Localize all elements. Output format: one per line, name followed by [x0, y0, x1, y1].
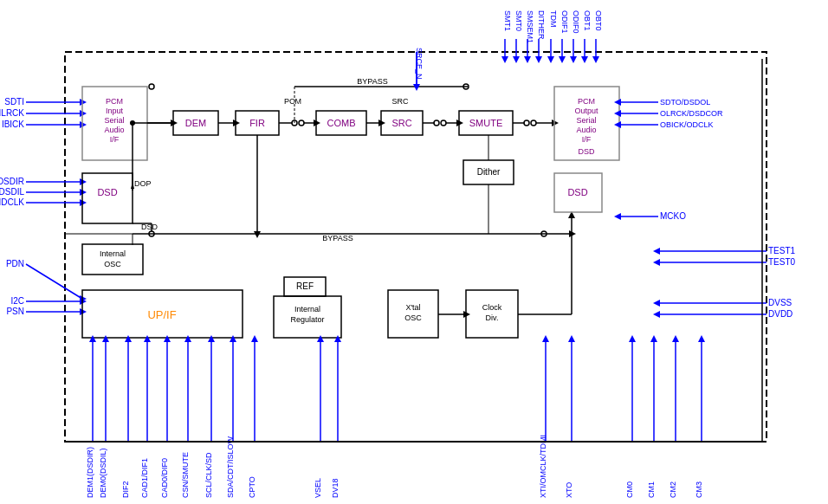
ref-label: REF — [296, 281, 314, 291]
xtal-osc-line1: X'tal — [405, 303, 420, 312]
smute-label: SMUTE — [469, 118, 503, 128]
upif-label: UP/IF — [147, 308, 176, 321]
i2c-label: I2C — [10, 296, 24, 306]
cad0dif0-label: CAD0/DIF0 — [160, 458, 169, 498]
pcm-out-line2: Output — [574, 107, 598, 115]
dither-label: Dither — [477, 167, 501, 177]
csnsmute-label: CSN/SMUTE — [181, 452, 190, 498]
dif2-label: DIF2 — [121, 481, 130, 498]
ibick-label: IBICK — [2, 120, 24, 129]
bypass-bottom-label: BYPASS — [322, 234, 353, 242]
internal-reg-line2: Regulator — [290, 315, 324, 324]
pcm-out-line1: PCM — [578, 97, 595, 106]
sclclksd-label: SCL/CLK/SD — [204, 452, 213, 498]
block-diagram: SDTI ILRCK IBICK DSDIR DSDIL IDCLK PDN I… — [0, 0, 828, 504]
pcm-in-line3: Serial — [104, 116, 124, 125]
dsdir-label: DSDIR — [0, 177, 24, 186]
clock-div-line2: Div. — [486, 313, 499, 322]
tdm-label: TDM — [549, 10, 558, 28]
dsdil-label: DSDIL — [0, 187, 24, 197]
ilrck-label: ILRCK — [0, 108, 24, 118]
odif0-label: ODIF0 — [572, 10, 580, 34]
cad1dif1-label: CAD1/DIF1 — [140, 458, 149, 498]
pcm-conn-label: PCM — [284, 97, 301, 106]
comb-label: COMB — [327, 118, 356, 128]
dvdd-label: DVDD — [768, 309, 792, 319]
dem-label: DEM — [185, 118, 206, 128]
vsel-label: VSEL — [314, 478, 322, 498]
sdti-label: SDTI — [4, 97, 24, 107]
pcm-out-line3: Serial — [576, 116, 596, 125]
idclk-label: IDCLK — [0, 197, 24, 207]
cm2-label: CM2 — [669, 481, 677, 498]
xtal-osc-line2: OSC — [404, 313, 422, 322]
src-conn-label: SRC — [391, 97, 409, 106]
pcm-out-line5: I/F — [582, 135, 592, 144]
smt1-label: SMT1 — [503, 10, 512, 31]
smsem1-label: SMSEM1 — [526, 10, 534, 43]
test0-label: TEST0 — [768, 257, 796, 267]
mcko-label: MCKO — [660, 211, 686, 221]
pdn-label: PDN — [6, 259, 24, 268]
sdacdt-label: SDA/CDT/ISLOW — [226, 436, 235, 498]
pcm-in-line4: Audio — [104, 126, 124, 134]
pcm-in-line2: Input — [106, 107, 124, 115]
cm3-label: CM3 — [695, 481, 703, 498]
obt1-label: OBT1 — [583, 10, 592, 31]
dvss-label: DVSS — [768, 298, 792, 307]
smt0-label: SMT0 — [514, 10, 523, 31]
xto-label: XTO — [565, 482, 573, 498]
odif1-label: ODIF1 — [560, 10, 569, 34]
obick-label: OBICK/ODCLK — [660, 120, 714, 129]
pcm-in-line5: I/F — [110, 135, 120, 144]
psn-label: PSN — [6, 307, 24, 316]
cm1-label: CM1 — [647, 481, 656, 498]
internal-osc-line1: Internal — [100, 249, 126, 258]
clock-div-line1: Clock — [482, 303, 502, 312]
dv18-label: DV18 — [331, 478, 340, 498]
bypass-top-label: BYPASS — [357, 77, 387, 86]
cm0-label: CM0 — [625, 481, 634, 498]
pcm-out-line6: DSD — [578, 147, 595, 156]
dsd-out-label: DSD — [567, 187, 587, 197]
dop-label: DOP — [134, 179, 152, 188]
src-label: SRC — [391, 118, 411, 128]
internal-osc-line2: OSC — [104, 260, 121, 268]
dither-top-label: DITHER — [537, 10, 546, 40]
dem0-label: DEM0(DSDIL) — [99, 448, 107, 498]
dsd-in-label: DSD — [97, 187, 117, 197]
internal-reg-line1: Internal — [294, 305, 320, 313]
dem1-label: DEM1(DSDIR) — [86, 447, 94, 498]
xti-label: XTI/OMCLK/TDMI — [539, 435, 547, 498]
test1-label: TEST1 — [768, 246, 796, 255]
pcm-out-line4: Audio — [576, 126, 596, 134]
sdto-label: SDTO/DSDOL — [660, 98, 710, 107]
pcm-in-line1: PCM — [106, 97, 123, 106]
cpto-label: CPTO — [248, 476, 256, 498]
svg-point-70 — [130, 120, 135, 126]
olrck-label: OLRCK/DSDCOR — [660, 109, 723, 118]
fir-label: FIR — [249, 118, 265, 128]
obt0-label: OBT0 — [594, 10, 603, 31]
